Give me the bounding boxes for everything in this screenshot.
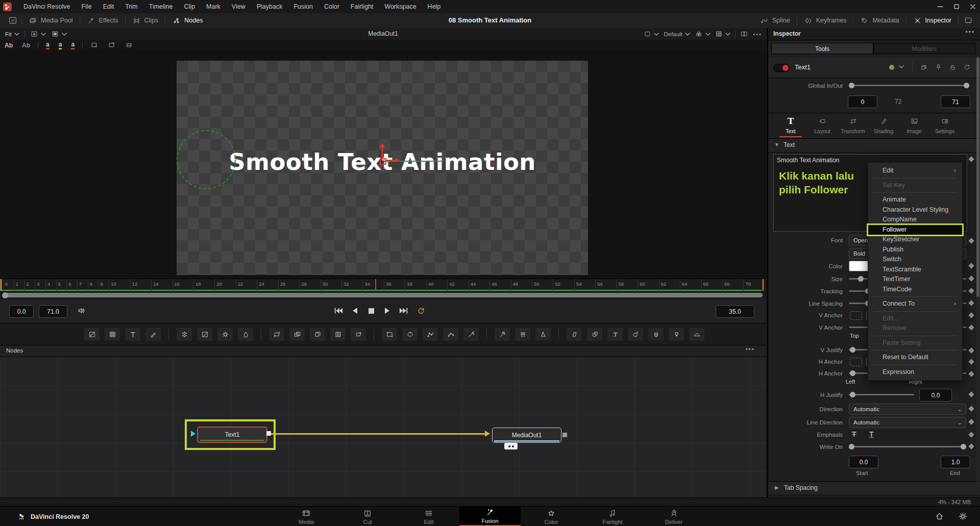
- lut-dropdown[interactable]: Default: [664, 31, 690, 37]
- keyframe-diamond-icon[interactable]: [968, 238, 974, 243]
- node-mediaout1[interactable]: MediaOut1: [492, 428, 561, 443]
- channel-select-dropdown[interactable]: [30, 31, 46, 38]
- keyframe-diamond-icon[interactable]: [968, 300, 974, 306]
- text-selection-circle[interactable]: [177, 130, 236, 189]
- line-direction-dropdown[interactable]: Automatic⌄: [849, 417, 966, 428]
- play-reverse-button[interactable]: [349, 306, 360, 316]
- minimize-button[interactable]: [937, 4, 943, 10]
- close-button[interactable]: [970, 4, 976, 10]
- metadata-button[interactable]: Metadata: [853, 13, 905, 28]
- colorcorrector-tool-icon[interactable]: [217, 328, 233, 341]
- tab-spacing-header[interactable]: ▶ Tab Spacing: [768, 482, 980, 495]
- v-anchor-top-button[interactable]: [850, 311, 862, 320]
- menu-item-timecode[interactable]: TimeCode: [868, 285, 962, 295]
- timeline-scrollbar-cap[interactable]: [2, 292, 8, 298]
- text-style-button-1[interactable]: Ab: [0, 42, 17, 49]
- text-style-button-2[interactable]: Ab: [17, 42, 35, 49]
- keyframe-diamond-icon[interactable]: [968, 419, 974, 424]
- ellipse-mask-icon[interactable]: [402, 328, 418, 341]
- menu-file[interactable]: File: [76, 0, 97, 13]
- media-pool-button[interactable]: Media Pool: [22, 13, 80, 28]
- node-graph[interactable]: Text1 MediaOut1: [0, 357, 766, 497]
- range-start-field[interactable]: 0.0: [9, 305, 34, 318]
- menu-timeline[interactable]: Timeline: [143, 0, 179, 13]
- angle-control-line[interactable]: [383, 161, 443, 162]
- gear-icon[interactable]: [958, 512, 968, 521]
- fastnoise-tool-icon[interactable]: [105, 328, 120, 341]
- viewer-layout-dropdown[interactable]: [644, 31, 659, 37]
- menu-item-compname[interactable]: CompName: [868, 215, 962, 225]
- keyframe-diamond-icon[interactable]: [968, 312, 974, 318]
- global-out-handle[interactable]: [964, 83, 969, 88]
- page-tab-deliver[interactable]: Deliver: [643, 507, 704, 526]
- keyframe-diamond-icon[interactable]: [968, 275, 974, 281]
- render3d-icon[interactable]: [689, 328, 704, 341]
- v-justify-handle[interactable]: [850, 347, 855, 353]
- magicwand-mask-icon[interactable]: [463, 328, 479, 341]
- keyframe-diamond-icon[interactable]: [968, 156, 974, 162]
- mediain-tool-icon[interactable]: [310, 328, 325, 341]
- light3d-icon[interactable]: [669, 328, 684, 341]
- write-on-start-handle[interactable]: [849, 444, 854, 449]
- stop-button[interactable]: [365, 306, 377, 316]
- particle-render-icon[interactable]: [535, 328, 551, 341]
- tool-tab-transform[interactable]: Transform: [838, 115, 868, 134]
- font-color-swatch[interactable]: [849, 261, 869, 271]
- underline-icon[interactable]: T: [869, 430, 874, 438]
- viewer-options-button[interactable]: [4, 13, 21, 28]
- effects-button[interactable]: Effects: [80, 13, 125, 28]
- inspector-menu[interactable]: •••: [965, 29, 975, 36]
- keyframe-diamond-icon[interactable]: [968, 391, 974, 397]
- node-status-dot[interactable]: [889, 65, 894, 70]
- tool-tab-layout[interactable]: Layout: [807, 115, 838, 134]
- menu-item-textscramble[interactable]: TextScramble: [868, 265, 962, 275]
- grid-options-dropdown[interactable]: [715, 31, 730, 37]
- zoom-mode-dropdown[interactable]: Fit: [5, 31, 19, 37]
- spheremap3d-icon[interactable]: [628, 328, 643, 341]
- menu-item-texttimer[interactable]: TextTimer: [868, 274, 962, 285]
- current-frame-field[interactable]: 35.0: [716, 305, 754, 318]
- colorcurves-tool-icon[interactable]: [197, 328, 212, 341]
- global-in-field[interactable]: 0: [848, 95, 877, 108]
- keyframe-diamond-icon[interactable]: [968, 288, 974, 293]
- menu-item-edit[interactable]: Edit›: [868, 166, 962, 176]
- h-justify-field[interactable]: 0.0: [919, 389, 952, 402]
- go-to-end-button[interactable]: [398, 306, 409, 316]
- page-tab-cut[interactable]: Cut: [337, 507, 398, 526]
- merge-tool-icon[interactable]: [289, 328, 305, 341]
- global-in-handle[interactable]: [849, 83, 854, 88]
- node-text1-output[interactable]: [266, 431, 271, 436]
- h-anchor-handle[interactable]: [850, 370, 855, 376]
- keyframe-diamond-icon[interactable]: [968, 359, 974, 364]
- davinci-logo-icon[interactable]: [3, 3, 12, 11]
- center-handle[interactable]: [380, 158, 386, 165]
- bspline-mask-icon[interactable]: [443, 328, 458, 341]
- spline-button[interactable]: Spline: [753, 13, 797, 28]
- menu-fairlight[interactable]: Fairlight: [345, 0, 379, 13]
- menu-mark[interactable]: Mark: [201, 0, 226, 13]
- keyframe-diamond-icon[interactable]: [968, 406, 974, 411]
- menu-view[interactable]: View: [226, 0, 251, 13]
- node-enable-toggle[interactable]: [773, 64, 790, 72]
- background-select-dropdown[interactable]: [51, 31, 67, 38]
- playhead[interactable]: [375, 279, 376, 291]
- shape3d-icon[interactable]: [587, 328, 602, 341]
- h-justify-handle[interactable]: [850, 392, 855, 397]
- menu-playback[interactable]: Playback: [251, 0, 288, 13]
- page-tab-fusion[interactable]: Fusion: [459, 507, 521, 526]
- tool-tab-image[interactable]: Image: [899, 115, 929, 134]
- pin-icon[interactable]: [933, 62, 944, 72]
- frame-format-button-2[interactable]: [106, 41, 118, 49]
- text-tool-icon[interactable]: [125, 328, 140, 341]
- menu-item-connect-to[interactable]: Connect To›: [868, 299, 962, 309]
- reset-history-icon[interactable]: [961, 62, 972, 72]
- h-anchor-left-button[interactable]: [850, 358, 862, 366]
- keyframe-diamond-icon[interactable]: [968, 263, 974, 268]
- tool-tab-text[interactable]: TText: [775, 115, 806, 134]
- viewer-canvas[interactable]: Smooth Text Animation: [0, 51, 766, 279]
- tool-tab-shading[interactable]: Shading: [868, 115, 899, 134]
- audio-mute-button[interactable]: [76, 306, 87, 316]
- write-on-slider[interactable]: [849, 446, 966, 447]
- keyframe-diamond-icon[interactable]: [968, 443, 974, 449]
- particle-grid-icon[interactable]: [515, 328, 530, 341]
